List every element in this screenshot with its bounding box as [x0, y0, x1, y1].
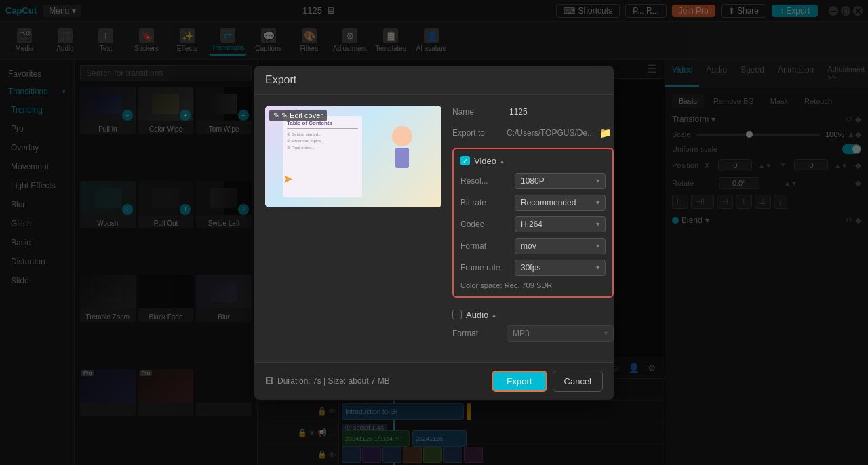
video-section-header: ✓ Video ▴ [460, 156, 606, 166]
video-checkbox[interactable]: ✓ [460, 156, 470, 165]
footer-info: 🎞 Duration: 7s | Size: about 7 MB [265, 376, 390, 386]
browse-button[interactable]: 📁 [597, 126, 614, 140]
modal-footer: 🎞 Duration: 7s | Size: about 7 MB Export… [254, 362, 614, 400]
chevron-down-icon-3: ▾ [596, 177, 599, 184]
footer-buttons: Export Cancel [492, 371, 603, 392]
chevron-down-icon-6: ▾ [596, 242, 599, 249]
format-row: Format mov ▾ [460, 238, 606, 254]
export-button[interactable]: Export [492, 371, 547, 392]
preview-character [371, 126, 433, 187]
chevron-down-icon-7: ▾ [596, 264, 599, 271]
format-label: Format [460, 241, 515, 251]
framerate-label: Frame rate [460, 263, 515, 272]
audio-format-label: Format [452, 329, 507, 338]
audio-section-arrow: ▴ [492, 311, 496, 319]
codec-row: Codec H.264 ▾ [460, 216, 606, 232]
preview-arrow: ➤ [283, 171, 353, 187]
modal-form: Name Export to C:/Users/TOPGUS/De... 📁 [452, 106, 614, 351]
format-select[interactable]: mov ▾ [515, 238, 606, 254]
video-section: ✓ Video ▴ Resol... 1080P ▾ [452, 148, 614, 298]
framerate-row: Frame rate 30fps ▾ [460, 260, 606, 276]
audio-format-select[interactable]: MP3 ▾ [507, 325, 614, 342]
audio-section-header: Audio ▴ [452, 310, 614, 320]
modal-preview: Table of Contents ① Getting started... ②… [265, 106, 441, 207]
audio-section-title: Audio [466, 310, 488, 320]
video-section-arrow: ▴ [500, 157, 504, 165]
framerate-select[interactable]: 30fps ▾ [515, 260, 606, 276]
color-space-label: Color space: Rec. 709 SDR [460, 281, 606, 289]
bitrate-label: Bit rate [460, 198, 515, 207]
name-label: Name [452, 107, 507, 117]
resolution-label: Resol... [460, 176, 515, 186]
bitrate-row: Bit rate Recommended ▾ [460, 195, 606, 211]
modal-body: Table of Contents ① Getting started... ②… [254, 95, 614, 362]
audio-format-row: Format MP3 ▾ [452, 325, 614, 342]
name-input[interactable] [507, 106, 614, 118]
film-icon: 🎞 [265, 376, 273, 386]
modal-header: Export [254, 66, 614, 95]
export-to-row: Export to C:/Users/TOPGUS/De... 📁 [452, 126, 614, 140]
codec-label: Codec [460, 220, 515, 229]
modal-overlay: Export Table of Contents ① Getting start… [0, 0, 868, 465]
edit-cover-button[interactable]: ✎ ✎ Edit cover [269, 110, 327, 121]
audio-checkbox[interactable] [452, 310, 462, 319]
chevron-down-icon-5: ▾ [596, 220, 599, 228]
codec-select[interactable]: H.264 ▾ [515, 216, 606, 232]
cancel-button[interactable]: Cancel [553, 371, 603, 392]
audio-section: Audio ▴ Format MP3 ▾ [452, 303, 614, 351]
resolution-row: Resol... 1080P ▾ [460, 173, 606, 189]
chevron-down-icon-4: ▾ [596, 199, 599, 206]
chevron-down-icon-8: ▾ [604, 329, 608, 337]
name-row: Name [452, 106, 614, 118]
duration-size-label: Duration: 7s | Size: about 7 MB [277, 376, 390, 386]
edit-icon: ✎ [273, 111, 279, 120]
export-to-label: Export to [452, 128, 507, 138]
resolution-select[interactable]: 1080P ▾ [515, 173, 606, 189]
bitrate-select[interactable]: Recommended ▾ [515, 195, 606, 211]
export-path: C:/Users/TOPGUS/De... [507, 128, 597, 138]
video-section-title: Video [474, 156, 496, 166]
sections-scroll: ✓ Video ▴ Resol... 1080P ▾ [452, 148, 614, 351]
export-modal: Export Table of Contents ① Getting start… [254, 66, 614, 400]
